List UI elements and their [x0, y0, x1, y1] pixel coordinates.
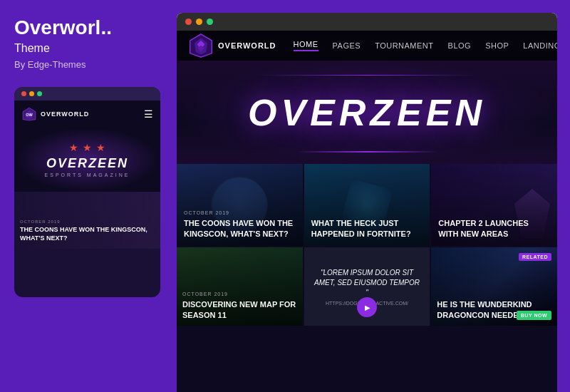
article-card-1-title: THE COONS HAVE WON THE KINGSCON, WHAT'S … — [184, 218, 296, 239]
article-card-5: "LOREM IPSUM DOLOR SIT AMET, SED EIUSMOD… — [304, 247, 430, 326]
play-button[interactable]: ▶ — [357, 297, 377, 317]
left-sidebar: Overworl.. Theme By Edge-Themes OW OVERW… — [0, 0, 177, 392]
browser-window: OVERWORLD HOME PAGES TOURNAMENT BLOG SHO… — [177, 13, 557, 392]
site-nav: OVERWORLD HOME PAGES TOURNAMENT BLOG SHO… — [177, 31, 557, 61]
nav-tournament[interactable]: TOURNAMENT — [375, 41, 433, 50]
mobile-hero-tagline: ESPORTS MAGAZINE — [45, 172, 130, 177]
site-hero: OVERZEEN — [177, 61, 557, 164]
mobile-logo-area: OW OVERWORLD — [21, 106, 89, 122]
articles-row-2: OCTOBER 2019 DISCOVERING NEW MAP FOR SEA… — [177, 247, 557, 326]
article-card-6[interactable]: HE IS THE WUNDERKIND DRAGONCON NEEDED RE… — [431, 247, 557, 326]
site-logo-wrap[interactable]: OVERWORLD — [188, 33, 276, 58]
article-card-2-title: WHAT THE HECK JUST HAPPENED IN FORTNITE? — [311, 218, 423, 239]
theme-subtitle: Theme — [14, 42, 162, 55]
site-logo-icon — [188, 33, 214, 58]
article-card-2-content: WHAT THE HECK JUST HAPPENED IN FORTNITE? — [304, 208, 430, 246]
nav-landing[interactable]: LANDING — [523, 41, 557, 50]
nav-links: HOME PAGES TOURNAMENT BLOG SHOP LANDING — [294, 40, 557, 51]
theme-author: By Edge-Themes — [14, 59, 162, 70]
mobile-logo-icon: OW — [21, 106, 37, 122]
article-card-3-content: CHAPTER 2 LAUNCHES WITH NEW AREAS — [431, 208, 557, 246]
article-card-4-content: OCTOBER 2019 DISCOVERING NEW MAP FOR SEA… — [177, 286, 303, 326]
browser-chrome — [177, 13, 557, 31]
nav-pages[interactable]: PAGES — [333, 41, 361, 50]
article-card-1-content: OCTOBER 2019 THE COONS HAVE WON THE KING… — [177, 203, 303, 246]
article-card-4-tag: OCTOBER 2019 — [182, 292, 297, 296]
mobile-preview-card: OW OVERWORLD ☰ ★ ★ ★ OVERZEEN ESPORTS MA… — [14, 87, 160, 297]
svg-text:OW: OW — [26, 113, 33, 117]
mobile-card-dots — [14, 87, 160, 100]
hero-line — [296, 151, 438, 153]
browser-dot-green[interactable] — [207, 19, 213, 25]
mobile-article: OCTOBER 2019 THE COONS HAVE WON THE KING… — [14, 192, 160, 249]
browser-content: OVERWORLD HOME PAGES TOURNAMENT BLOG SHO… — [177, 31, 557, 392]
article-card-3-title: CHAPTER 2 LAUNCHES WITH NEW AREAS — [438, 218, 550, 239]
article-card-1[interactable]: OCTOBER 2019 THE COONS HAVE WON THE KING… — [177, 164, 303, 246]
article-card-6-content: HE IS THE WUNDERKIND DRAGONCON NEEDED — [431, 294, 557, 326]
article-card-1-tag: OCTOBER 2019 — [184, 210, 296, 215]
article-card-4-title: DISCOVERING NEW MAP FOR SEASON 11 — [182, 299, 297, 320]
dot-red — [21, 91, 26, 96]
articles-row-1: OCTOBER 2019 THE COONS HAVE WON THE KING… — [177, 164, 557, 246]
mobile-hero: ★ ★ ★ OVERZEEN ESPORTS MAGAZINE — [14, 128, 160, 192]
star-3: ★ — [96, 142, 105, 153]
dot-yellow — [29, 91, 34, 96]
article-card-3[interactable]: CHAPTER 2 LAUNCHES WITH NEW AREAS — [431, 164, 557, 246]
mobile-logo-text: OVERWORLD — [41, 110, 89, 118]
browser-dot-yellow[interactable] — [196, 19, 202, 25]
buy-now-badge[interactable]: BUY NOW — [517, 311, 551, 320]
site-logo-text: OVERWORLD — [218, 41, 276, 50]
nav-shop[interactable]: SHOP — [485, 41, 509, 50]
nav-blog[interactable]: BLOG — [448, 41, 472, 50]
article-card-4[interactable]: OCTOBER 2019 DISCOVERING NEW MAP FOR SEA… — [177, 247, 303, 326]
dot-green — [37, 91, 42, 96]
related-badge: RELATED — [519, 253, 551, 261]
star-1: ★ — [69, 142, 78, 153]
mobile-hamburger-icon[interactable]: ☰ — [144, 108, 153, 120]
mobile-stars: ★ ★ ★ — [69, 142, 105, 153]
hero-title: OVERZEEN — [248, 91, 486, 134]
mobile-article-tag: OCTOBER 2019 — [20, 220, 155, 224]
quote-text: "LOREM IPSUM DOLOR SIT AMET, SED EIUSMOD… — [313, 268, 422, 298]
nav-home[interactable]: HOME — [294, 40, 318, 51]
mobile-hero-title: OVERZEEN — [46, 156, 128, 171]
article-card-2[interactable]: WHAT THE HECK JUST HAPPENED IN FORTNITE? — [304, 164, 430, 246]
mobile-nav: OW OVERWORLD ☰ — [14, 100, 160, 128]
mobile-article-title: THE COONS HAVE WON THE KINGSCON, WHAT'S … — [20, 226, 155, 242]
star-2: ★ — [83, 142, 92, 153]
browser-dot-red[interactable] — [185, 19, 192, 25]
theme-title: Overworl.. — [14, 17, 162, 39]
